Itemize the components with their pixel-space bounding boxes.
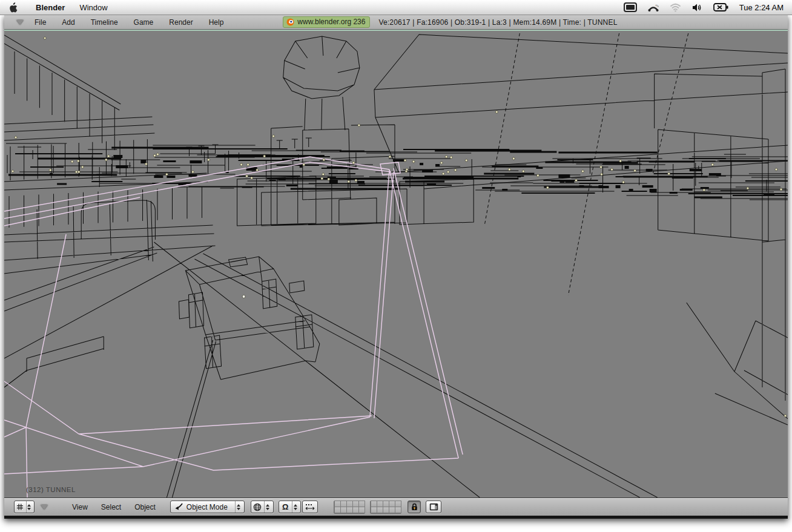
draw-type-button[interactable]	[251, 501, 274, 513]
editor-type-button[interactable]	[14, 501, 35, 513]
layer-20[interactable]	[395, 507, 401, 513]
blender-logo-icon	[286, 18, 294, 26]
menu-game[interactable]: Game	[134, 18, 154, 27]
displays-icon[interactable]	[624, 2, 637, 12]
shading-globe-icon	[253, 503, 262, 511]
object-mode-icon	[174, 503, 183, 511]
pivot-button[interactable]: Ω	[279, 501, 301, 513]
manipulator-button[interactable]	[302, 501, 318, 513]
pivot-rotation-icon: Ω	[281, 502, 289, 511]
mode-dropdown[interactable]: Object Mode	[170, 501, 245, 513]
menubar-window-menu[interactable]: Window	[72, 3, 114, 12]
menubar-app-name[interactable]: Blender	[28, 3, 72, 12]
wifi-icon[interactable]	[670, 3, 681, 12]
blender-org-badge[interactable]: www.blender.org 236	[283, 16, 370, 28]
mac-menu-bar: Blender Window atel Tue 2:24 AM	[0, 0, 792, 15]
draw-type-stepper[interactable]	[264, 501, 271, 513]
toolbar-collapse-icon[interactable]	[41, 505, 48, 510]
menu-add[interactable]: Add	[62, 18, 74, 27]
mode-stepper[interactable]	[235, 501, 242, 513]
layer-group-2	[370, 501, 401, 514]
battery-icon[interactable]	[713, 3, 728, 11]
menu-select[interactable]: Select	[101, 503, 121, 511]
menubar-clock[interactable]: Tue 2:24 AM	[739, 3, 784, 12]
badge-label: www.blender.org 236	[297, 18, 365, 26]
editor-type-stepper[interactable]	[26, 501, 32, 513]
blender-top-header: File Add Timeline Game Render Help www.b…	[4, 15, 788, 30]
blender-window: File Add Timeline Game Render Help www.b…	[4, 15, 788, 519]
image-icon	[429, 503, 438, 511]
apple-menu-icon[interactable]	[8, 2, 18, 13]
layer-group-1	[334, 501, 365, 514]
menu-help[interactable]: Help	[209, 18, 224, 27]
grid-editor-icon	[16, 503, 24, 511]
svg-text:atel: atel	[655, 4, 659, 8]
lock-layers-button[interactable]	[408, 501, 421, 513]
pivot-stepper[interactable]	[292, 501, 299, 513]
manipulator-widget-icon	[305, 504, 315, 511]
mode-label: Object Mode	[186, 503, 228, 511]
viewport-header-toolbar: View Select Object Object Mode Ω	[4, 498, 788, 516]
phone-icon[interactable]: atel	[648, 2, 659, 12]
header-collapse-icon[interactable]	[16, 20, 24, 25]
menu-object[interactable]: Object	[134, 503, 156, 511]
lock-icon	[411, 503, 418, 511]
menu-file[interactable]: File	[35, 18, 46, 27]
menu-view[interactable]: View	[72, 503, 88, 511]
volume-icon[interactable]	[692, 3, 702, 12]
viewport-object-label: (312) TUNNEL	[26, 486, 76, 493]
wireframe-scene	[4, 31, 788, 498]
menu-timeline[interactable]: Timeline	[91, 18, 118, 27]
render-preview-button[interactable]	[426, 501, 441, 513]
menu-render[interactable]: Render	[169, 18, 193, 27]
layer-10[interactable]	[358, 507, 365, 513]
3d-viewport[interactable]: (312) TUNNEL	[4, 30, 788, 498]
scene-stats: Ve:20617 | Fa:16906 | Ob:319-1 | La:3 | …	[378, 18, 617, 27]
